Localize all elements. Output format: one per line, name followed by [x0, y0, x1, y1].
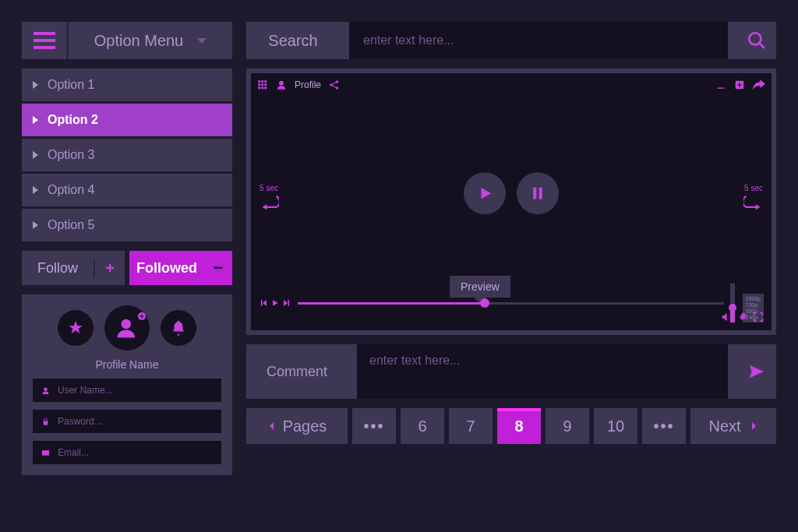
- email-placeholder: Email...: [58, 447, 89, 458]
- search-label: Search: [246, 32, 340, 50]
- option-item-4[interactable]: Option 4: [22, 174, 232, 206]
- progress-knob[interactable]: [480, 298, 489, 308]
- profile-name-label: Profile Name: [96, 358, 159, 371]
- pagination: Pages ••• 6 7 8 9 10 ••• Next: [246, 408, 776, 444]
- page-6[interactable]: 6: [401, 408, 444, 444]
- follow-row: Follow + Followed −: [22, 251, 232, 285]
- send-icon: [748, 363, 765, 380]
- search-button[interactable]: [737, 22, 776, 59]
- next-track-icon[interactable]: [282, 298, 291, 308]
- page-ellipsis-right[interactable]: •••: [642, 408, 686, 444]
- profile-card: Profile Name User Name... Pasword... Ema…: [22, 294, 232, 475]
- download-icon[interactable]: [715, 79, 726, 90]
- avatar-add-button[interactable]: [104, 305, 150, 351]
- grid-icon[interactable]: [257, 79, 268, 90]
- mini-controls: [259, 298, 291, 308]
- password-placeholder: Pasword...: [58, 416, 102, 427]
- svg-rect-18: [533, 188, 536, 199]
- svg-rect-11: [261, 86, 263, 89]
- search-input[interactable]: enter text here...: [349, 22, 728, 59]
- speaker-icon[interactable]: [720, 312, 733, 322]
- progress-row: 1080p 720p 360p 240p: [259, 284, 764, 322]
- comment-placeholder: enter text here...: [369, 354, 461, 367]
- avatar-row: [58, 305, 196, 351]
- svg-rect-19: [539, 188, 542, 199]
- video-player: Profile 5 sec: [246, 69, 776, 335]
- pause-button[interactable]: [517, 172, 559, 214]
- menu-header: Option Menu: [22, 22, 232, 59]
- profile-label: Profile: [295, 79, 321, 90]
- email-input[interactable]: Email...: [33, 441, 221, 464]
- progress-fill: [298, 302, 485, 305]
- chevron-right-icon: [749, 421, 758, 432]
- search-placeholder: enter text here...: [363, 33, 454, 48]
- plus-icon: +: [94, 259, 125, 277]
- rewind-button[interactable]: 5 sec: [259, 184, 279, 210]
- page-10[interactable]: 10: [594, 408, 637, 444]
- follow-label: Follow: [22, 260, 94, 277]
- play-icon: [476, 185, 493, 202]
- volume-knob[interactable]: [729, 304, 736, 312]
- svg-point-13: [279, 81, 284, 86]
- username-placeholder: User Name...: [58, 385, 113, 396]
- notifications-button[interactable]: [161, 310, 196, 346]
- svg-point-2: [44, 387, 48, 391]
- follow-button[interactable]: Follow +: [22, 251, 125, 285]
- search-bar: Search enter text here...: [246, 22, 776, 59]
- mini-play-icon[interactable]: [271, 298, 279, 308]
- svg-point-0: [122, 319, 132, 329]
- svg-point-3: [749, 33, 761, 44]
- page-8[interactable]: 8: [497, 408, 541, 444]
- progress-bar[interactable]: [298, 302, 724, 305]
- comment-input[interactable]: enter text here...: [357, 344, 728, 399]
- followed-label: Followed: [129, 260, 204, 277]
- hamburger-icon[interactable]: [22, 22, 69, 59]
- option-item-2[interactable]: Option 2: [22, 104, 232, 136]
- forward-label: 5 sec: [744, 184, 763, 192]
- playback-controls: [464, 172, 559, 214]
- next-label: Next: [708, 417, 740, 435]
- share-node-icon[interactable]: [329, 79, 340, 90]
- svg-rect-9: [264, 83, 267, 86]
- play-button[interactable]: [464, 172, 506, 214]
- rewind-label: 5 sec: [260, 184, 278, 192]
- svg-rect-8: [261, 83, 263, 86]
- followed-button[interactable]: Followed −: [129, 251, 232, 285]
- minus-icon: −: [204, 258, 232, 278]
- share-arrow-icon[interactable]: [753, 79, 765, 90]
- prev-track-icon[interactable]: [259, 298, 268, 308]
- chevron-left-icon: [267, 421, 277, 432]
- lock-icon: [41, 417, 50, 426]
- username-input[interactable]: User Name...: [33, 379, 221, 402]
- add-icon[interactable]: [734, 79, 745, 90]
- menu-title-label: Option Menu: [94, 32, 184, 50]
- video-area[interactable]: Profile 5 sec: [251, 73, 772, 330]
- pages-prev-button[interactable]: Pages: [246, 408, 348, 444]
- page-7[interactable]: 7: [449, 408, 493, 444]
- send-button[interactable]: [737, 344, 776, 399]
- svg-rect-12: [264, 86, 267, 89]
- pause-icon: [530, 185, 546, 201]
- forward-button[interactable]: 5 sec: [743, 184, 764, 210]
- password-input[interactable]: Pasword...: [33, 410, 221, 433]
- settings-icon[interactable]: [737, 312, 748, 322]
- comment-label: Comment: [246, 344, 348, 399]
- svg-rect-6: [264, 80, 267, 83]
- option-item-5[interactable]: Option 5: [22, 209, 232, 241]
- pages-next-button[interactable]: Next: [690, 408, 776, 444]
- option-item-1[interactable]: Option 1: [22, 69, 232, 101]
- page-ellipsis-left[interactable]: •••: [352, 408, 396, 444]
- fullscreen-icon[interactable]: [753, 312, 764, 322]
- svg-rect-5: [261, 80, 263, 83]
- option-menu-dropdown[interactable]: Option Menu: [69, 22, 232, 59]
- svg-rect-4: [258, 80, 260, 83]
- email-icon: [41, 449, 50, 457]
- page-9[interactable]: 9: [546, 408, 589, 444]
- profile-icon[interactable]: [276, 79, 287, 90]
- favorite-button[interactable]: [58, 310, 94, 346]
- option-item-3[interactable]: Option 3: [22, 139, 232, 171]
- comment-bar: Comment enter text here...: [246, 344, 776, 399]
- svg-rect-10: [258, 86, 260, 89]
- search-icon: [747, 30, 767, 51]
- user-icon: [41, 386, 50, 395]
